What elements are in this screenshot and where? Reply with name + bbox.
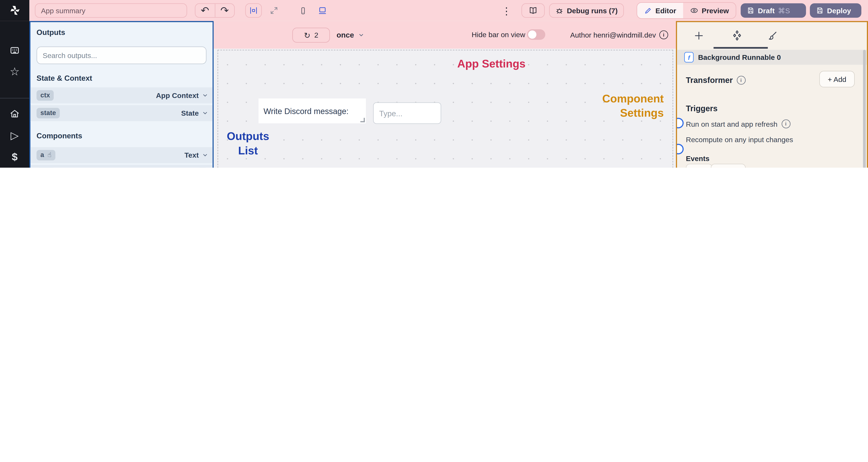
- output-row-state[interactable]: state State: [31, 105, 213, 122]
- mobile-icon: [299, 6, 307, 15]
- mobile-view-button[interactable]: [293, 4, 313, 17]
- recompute-label: Recompute on any input changes: [686, 135, 793, 144]
- add-transformer-button[interactable]: + Add: [819, 71, 855, 88]
- paintbrush-icon: [767, 30, 777, 40]
- workspace-sidebar: ☆ ▷ $ ⚙ ? →: [0, 21, 29, 168]
- outputs-title: Outputs: [37, 28, 65, 37]
- docs-button[interactable]: [521, 3, 545, 18]
- state-type: State: [181, 109, 199, 117]
- tab-preview[interactable]: Preview: [683, 3, 736, 18]
- tab-insert-component[interactable]: [692, 29, 705, 42]
- chevron-down-icon[interactable]: [202, 152, 208, 158]
- diamonds-icon: [731, 30, 743, 41]
- outputs-list-annotation: Outputs List: [224, 129, 272, 158]
- selected-runnable-header: f Background Runnable 0: [677, 50, 867, 65]
- output-row-b[interactable]: b☝ Text Input: [31, 165, 213, 168]
- event-chip-refresh[interactable]: refresh: [711, 164, 746, 168]
- text-input-component-b[interactable]: [373, 102, 441, 124]
- windmill-logo-icon: [9, 4, 21, 16]
- component-settings-annotation: Component Settings: [579, 91, 664, 120]
- event-chip-start[interactable]: start: [686, 164, 713, 168]
- draft-button[interactable]: Draft ⌘S: [741, 3, 806, 18]
- chevron-down-icon: [358, 32, 364, 38]
- draft-label: Draft: [758, 6, 775, 15]
- sidebar-divider: [0, 98, 29, 99]
- author-info: Author henri@windmill.dev i: [570, 31, 668, 39]
- triggers-heading: Triggers: [686, 104, 718, 113]
- ctx-badge: ctx: [37, 90, 54, 101]
- app-editor-window: ↶ ↷ ⋮ Debug runs (7) Edito: [0, 0, 868, 168]
- run-on-start-toggle[interactable]: [676, 118, 684, 128]
- sidebar-item-home[interactable]: [9, 107, 21, 120]
- output-row-a[interactable]: a☝ Text: [31, 147, 213, 164]
- desktop-icon: [318, 6, 327, 15]
- canvas-grid[interactable]: App Settings Write Discord message: Comp…: [214, 48, 676, 168]
- events-heading: Events: [686, 155, 710, 163]
- app-summary-input[interactable]: [35, 3, 187, 18]
- tab-component-settings[interactable]: [730, 29, 743, 42]
- debug-runs-label: Debug runs (7): [567, 6, 618, 15]
- home-icon: [9, 108, 20, 119]
- schedule-dropdown[interactable]: once: [337, 28, 364, 42]
- save-icon: [816, 7, 824, 14]
- preview-eye-icon: [689, 6, 699, 15]
- hide-bar-label: Hide bar on view: [472, 31, 525, 39]
- deploy-button[interactable]: Deploy: [810, 3, 861, 18]
- output-row-ctx[interactable]: ctx App Context: [31, 87, 213, 104]
- device-toggle-group: [293, 3, 333, 18]
- tab-styling[interactable]: [766, 29, 779, 42]
- refresh-count-box[interactable]: ↻ 2: [292, 28, 330, 42]
- center-layout-button[interactable]: [245, 3, 262, 18]
- state-badge: state: [37, 108, 60, 118]
- discord-label: Write Discord message:: [264, 106, 348, 115]
- favorites-icon[interactable]: ☆: [9, 65, 21, 77]
- outputs-panel: Outputs State & Context ctx App Context …: [29, 21, 214, 168]
- active-tab-indicator: [713, 47, 768, 48]
- editor-label: Editor: [655, 6, 676, 15]
- desktop-view-button[interactable]: [313, 4, 332, 17]
- info-icon[interactable]: i: [659, 31, 668, 39]
- run-on-start-label: Run on start and app refresh i: [686, 120, 790, 128]
- transformer-heading: Transformer i: [686, 76, 746, 85]
- refresh-icon: ↻: [304, 31, 310, 39]
- tab-editor[interactable]: Editor: [637, 3, 683, 18]
- collapse-button[interactable]: [197, 167, 208, 168]
- recompute-toggle[interactable]: [676, 144, 684, 154]
- plus-icon: [693, 30, 704, 40]
- state-context-heading: State & Context: [37, 74, 92, 82]
- sidebar-item-runs[interactable]: ▷: [9, 129, 21, 141]
- sidebar-item-variables[interactable]: $: [9, 151, 21, 163]
- chevron-down-icon[interactable]: [202, 92, 208, 98]
- editor-preview-toggle: Editor Preview: [637, 2, 736, 19]
- ctx-type: App Context: [156, 91, 199, 100]
- hide-bar-toggle[interactable]: [527, 29, 545, 40]
- info-icon[interactable]: i: [737, 76, 745, 85]
- undo-redo-group: ↶ ↷: [195, 3, 235, 18]
- top-bar: ↶ ↷ ⋮ Debug runs (7) Edito: [0, 0, 868, 21]
- text-component-a[interactable]: Write Discord message:: [258, 98, 366, 123]
- preview-label: Preview: [702, 6, 729, 15]
- chevron-down-icon[interactable]: [202, 110, 208, 116]
- undo-button[interactable]: ↶: [195, 4, 215, 17]
- app-settings-annotation: App Settings: [457, 57, 526, 71]
- debug-runs-button[interactable]: Debug runs (7): [549, 3, 624, 18]
- kebab-menu-button[interactable]: ⋮: [501, 6, 512, 16]
- component-settings-panel: f Background Runnable 0 Transformer i + …: [676, 21, 868, 168]
- book-icon: [529, 6, 537, 15]
- components-heading: Components: [37, 132, 82, 140]
- app-settings-bar: ↻ 2 once Hide bar on view Author henri@w…: [214, 21, 676, 49]
- expand-canvas-button[interactable]: [266, 3, 282, 18]
- refresh-count: 2: [314, 31, 318, 39]
- resize-handle[interactable]: [361, 118, 365, 122]
- expand-icon: [270, 6, 278, 15]
- schedule-value: once: [337, 31, 354, 39]
- save-icon: [747, 7, 755, 14]
- sidebar-item-apps[interactable]: [9, 44, 21, 57]
- scrollbar[interactable]: [863, 50, 866, 168]
- redo-button[interactable]: ↷: [215, 4, 234, 17]
- windmill-logo[interactable]: [0, 0, 29, 21]
- a-type: Text: [184, 151, 199, 159]
- search-outputs-input[interactable]: [37, 46, 207, 64]
- selected-runnable-title: Background Runnable 0: [698, 53, 781, 61]
- info-icon[interactable]: i: [781, 120, 790, 128]
